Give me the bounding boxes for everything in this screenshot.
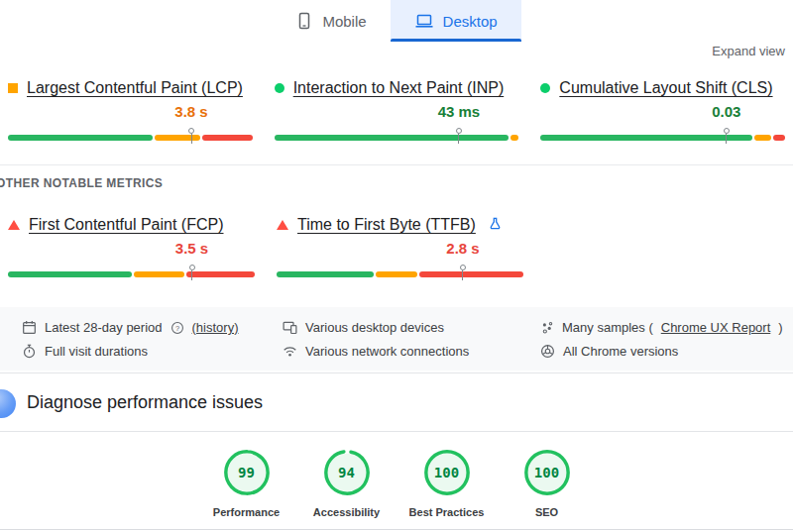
metric-link-cls[interactable]: Cumulative Layout Shift (CLS) [559,79,772,97]
score-gauge-accessibility[interactable]: 94 Accessibility [307,448,387,518]
p75-marker-icon [724,128,730,144]
metric-card-lcp: Largest Contentful Paint (LCP) 3.8 s [8,79,253,144]
desktop-laptop-icon [414,12,434,30]
metric-value: 2.8 s [446,240,479,257]
p75-marker-icon [189,265,195,280]
metric-link-ttfb[interactable]: Time to First Byte (TTFB) [297,216,476,234]
ttfb-status-icon [277,220,288,230]
metric-card-inp: Interaction to Next Paint (INP) 43 ms [275,79,519,144]
cls-status-icon [540,83,550,93]
experimental-flask-icon [489,216,502,234]
fcp-status-icon [8,220,20,230]
ttfb-distribution: 2.8 s [277,239,523,280]
device-tabbar: Mobile Desktop [0,0,793,42]
score-value: 94 [322,448,372,497]
inp-status-icon [275,83,284,93]
tab-mobile[interactable]: Mobile [272,0,390,42]
period-text: Latest 28-day period [45,320,163,335]
chrome-icon [540,344,555,359]
mobile-phone-icon [295,12,313,30]
versions-text: All Chrome versions [563,344,678,359]
metric-value: 0.03 [712,103,740,120]
samples-text: Many samples ( [562,320,653,335]
network-text: Various network connections [305,344,469,359]
p75-marker-icon [188,128,194,144]
history-link[interactable]: (history) [192,320,239,335]
metric-link-inp[interactable]: Interaction to Next Paint (INP) [293,79,505,97]
samples-suffix: ) [778,320,782,335]
score-label: Best Practices [407,506,487,518]
section-divider [0,164,793,165]
diagnose-section-header: Diagnose performance issues [0,372,793,432]
tab-desktop-label: Desktop [443,13,498,30]
score-label: Accessibility [307,506,387,518]
calendar-icon [22,320,37,335]
score-value: 100 [422,448,472,497]
score-gauge-best-practices[interactable]: 100 Best Practices [407,448,487,518]
metric-link-fcp[interactable]: First Contentful Paint (FCP) [29,216,224,234]
diagnose-title: Diagnose performance issues [27,392,263,413]
core-web-vitals-row: Largest Contentful Paint (LCP) 3.8 s Int… [8,79,785,144]
wifi-icon [283,344,297,359]
devices-icon [283,320,297,335]
svg-text:?: ? [174,323,178,332]
durations-text: Full visit durations [45,344,148,359]
score-value: 100 [522,448,572,497]
metric-card-cls: Cumulative Layout Shift (CLS) 0.03 [540,79,785,144]
help-icon[interactable]: ? [170,321,184,335]
tab-mobile-label: Mobile [322,13,366,30]
score-gauge-performance[interactable]: 99 Performance [207,448,286,518]
score-gauge-seo[interactable]: 100 SEO [508,448,587,518]
p75-marker-icon [456,128,462,144]
other-metrics-row: First Contentful Paint (FCP) 3.5 s Time … [8,216,523,280]
metric-value: 3.8 s [174,103,207,120]
field-data-metadata: Latest 28-day period ? (history) Full vi… [0,307,793,371]
active-tab-indicator [391,39,521,42]
score-label: SEO [508,506,587,518]
inp-distribution: 43 ms [275,102,519,144]
score-value: 99 [222,448,272,497]
lcp-distribution: 3.8 s [8,102,253,144]
metric-card-ttfb: Time to First Byte (TTFB) 2.8 s [277,216,523,280]
metric-value: 3.5 s [175,240,208,257]
devices-text: Various desktop devices [305,320,444,335]
stopwatch-icon [22,344,37,359]
score-label: Performance [207,506,286,518]
crux-report-link[interactable]: Chrome UX Report [661,320,771,335]
expand-view-button[interactable]: Expand view [712,44,785,58]
p75-marker-icon [460,265,466,280]
lighthouse-orb-icon [0,389,16,418]
fcp-distribution: 3.5 s [8,239,255,280]
lighthouse-scores-row: 99 Performance 94 Accessibility 100 Best… [0,448,793,518]
metric-value: 43 ms [438,103,481,120]
cls-distribution: 0.03 [540,102,785,144]
metric-link-lcp[interactable]: Largest Contentful Paint (LCP) [27,79,243,97]
other-metrics-heading: OTHER NOTABLE METRICS [0,176,163,190]
bottom-divider [0,529,793,530]
samples-icon [540,321,554,335]
metric-card-fcp: First Contentful Paint (FCP) 3.5 s [8,216,255,280]
tab-desktop[interactable]: Desktop [391,0,521,42]
lcp-status-icon [8,83,18,93]
